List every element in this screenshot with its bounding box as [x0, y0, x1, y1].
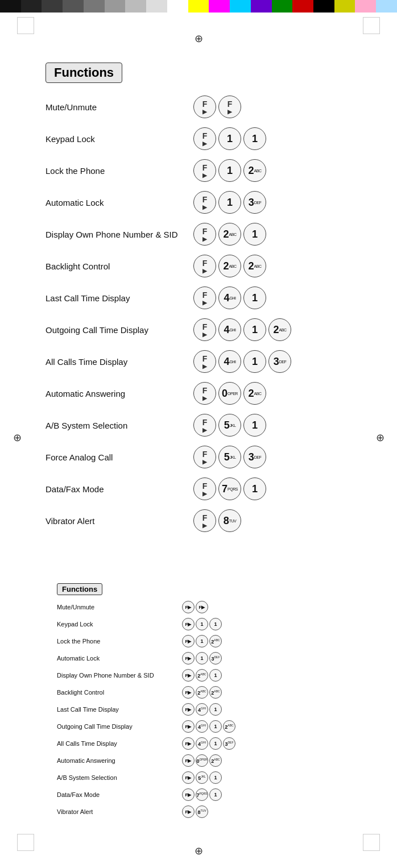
s-key-1-df: 1 — [209, 788, 222, 801]
label-last-call: Last Call Time Display — [46, 293, 193, 303]
s-key-f-ab: F▶ — [182, 771, 195, 784]
row-auto-answer: Automatic Answering F▶ 0OPER 2ABC — [46, 382, 363, 405]
row-auto-lock: Automatic Lock F▶ 1 3DEF — [46, 191, 363, 214]
functions-title-small: Functions — [57, 583, 102, 595]
label-lock-phone: Lock the Phone — [46, 166, 193, 176]
s-key-1-ab: 1 — [209, 771, 222, 784]
key-1-lc: 1 — [243, 286, 266, 309]
key-8tuv-va: 8TUV — [218, 509, 241, 532]
row-mute-unmute: Mute/Unmute F▶ F▶ — [46, 95, 363, 118]
key-f-fa: F▶ — [193, 446, 216, 468]
key-2abc-oc: 2ABC — [268, 318, 291, 341]
color-seg-7 — [125, 0, 146, 13]
row-outgoing-call: Outgoing Call Time Display F▶ 4GHI 1 2AB… — [46, 318, 363, 341]
s-key-f-bc: F▶ — [182, 686, 195, 699]
s-key-f-lc: F▶ — [182, 703, 195, 716]
color-seg-9 — [167, 0, 188, 13]
color-seg-17 — [334, 0, 355, 13]
row-lock-phone: Lock the Phone F▶ 1 2ABC — [46, 159, 363, 182]
s-label-keypad: Keypad Lock — [57, 621, 182, 628]
crosshair-bottom — [193, 845, 204, 857]
key-1-al: 1 — [218, 191, 241, 214]
s-keys-backlight: F▶ 2ABC 2ABC — [182, 686, 222, 699]
keys-ab-system: F▶ 5JKL 1 — [193, 414, 266, 437]
s-label-lastcall: Last Call Time Display — [57, 706, 182, 713]
functions-block-large: Functions Mute/Unmute F▶ F▶ Keypad Lock … — [46, 63, 363, 532]
key-f-oc: F▶ — [193, 318, 216, 341]
label-all-calls: All Calls Time Display — [46, 357, 193, 367]
key-3def-al: 3DEF — [243, 191, 266, 214]
color-seg-16 — [313, 0, 334, 13]
row-all-calls: All Calls Time Display F▶ 4GHI 1 3DEF — [46, 350, 363, 373]
s-keys-autolock: F▶ 1 3DEF — [182, 652, 222, 665]
key-f-al: F▶ — [193, 191, 216, 214]
key-1-lp: 1 — [218, 159, 241, 182]
color-bar — [0, 0, 397, 13]
s-row-ab: A/B System Selection F▶ 5JKL 1 — [57, 771, 374, 784]
color-seg-18 — [355, 0, 376, 13]
key-4ghi-ac: 4GHI — [218, 350, 241, 373]
functions-block-small: Functions Mute/Unmute F▶ F▶ Keypad Lock … — [57, 583, 374, 818]
key-5jkl-fa: 5JKL — [218, 446, 241, 468]
row-ab-system: A/B System Selection F▶ 5JKL 1 — [46, 414, 363, 437]
s-keys-lock: F▶ 1 2ABC — [182, 635, 222, 647]
key-f-ac: F▶ — [193, 350, 216, 373]
keys-lock-phone: F▶ 1 2ABC — [193, 159, 266, 182]
color-seg-4 — [63, 0, 84, 13]
color-seg-12 — [230, 0, 251, 13]
key-1-kl-1: 1 — [218, 127, 241, 150]
s-row-lock: Lock the Phone F▶ 1 2ABC — [57, 635, 374, 647]
s-key-f-do: F▶ — [182, 669, 195, 682]
s-label-lock: Lock the Phone — [57, 638, 182, 645]
label-auto-lock: Automatic Lock — [46, 198, 193, 207]
s-label-ab: A/B System Selection — [57, 774, 182, 781]
key-5jkl-ab: 5JKL — [218, 414, 241, 437]
s-row-autolock: Automatic Lock F▶ 1 3DEF — [57, 652, 374, 665]
key-1-do: 1 — [243, 223, 266, 246]
s-key-4ghi-lc: 4GHI — [196, 703, 208, 716]
s-key-2abc-oc: 2ABC — [223, 720, 235, 733]
key-7pqrs-df: 7PQRS — [218, 477, 241, 500]
s-key-1-lc: 1 — [209, 703, 222, 716]
label-display-own: Display Own Phone Number & SID — [46, 230, 193, 239]
s-keys-outgoing: F▶ 4GHI 1 2ABC — [182, 720, 235, 733]
s-row-allcalls: All Calls Time Display F▶ 4GHI 1 3DEF — [57, 737, 374, 750]
s-key-f-va: F▶ — [182, 805, 195, 818]
key-2abc-lp: 2ABC — [243, 159, 266, 182]
s-key-f-ac: F▶ — [182, 737, 195, 750]
key-1-kl-2: 1 — [243, 127, 266, 150]
key-f-ab: F▶ — [193, 414, 216, 437]
key-3def-ac: 3DEF — [268, 350, 291, 373]
key-f-df: F▶ — [193, 477, 216, 500]
crosshair-top — [193, 33, 204, 44]
s-key-2abc-aa: 2ABC — [209, 754, 222, 767]
s-key-f-lp: F▶ — [182, 635, 195, 647]
s-row-vibrator: Vibrator Alert F▶ 8TUV — [57, 805, 374, 818]
keys-force-analog: F▶ 5JKL 3DEF — [193, 446, 266, 468]
s-key-1-ac: 1 — [209, 737, 222, 750]
keys-last-call: F▶ 4GHI 1 — [193, 286, 266, 309]
color-seg-13 — [251, 0, 272, 13]
key-f-do: F▶ — [193, 223, 216, 246]
s-label-datafax: Data/Fax Mode — [57, 791, 182, 798]
row-force-analog: Force Analog Call F▶ 5JKL 3DEF — [46, 446, 363, 468]
s-row-datafax: Data/Fax Mode F▶ 7PQRS 1 — [57, 788, 374, 801]
s-key-4ghi-ac: 4GHI — [196, 737, 208, 750]
s-row-keypad: Keypad Lock F▶ 1 1 — [57, 618, 374, 630]
s-key-1-lp: 1 — [196, 635, 208, 647]
color-seg-3 — [42, 0, 63, 13]
s-label-mute: Mute/Unmute — [57, 604, 182, 610]
label-auto-answer: Automatic Answering — [46, 389, 193, 398]
reg-mark-tr — [363, 17, 380, 34]
s-key-2abc-bc2: 2ABC — [209, 686, 222, 699]
key-1-oc: 1 — [243, 318, 266, 341]
s-key-1-kl1: 1 — [196, 618, 208, 630]
key-1-df: 1 — [243, 477, 266, 500]
large-functions-section: Functions Mute/Unmute F▶ F▶ Keypad Lock … — [0, 0, 397, 532]
s-key-f-df: F▶ — [182, 788, 195, 801]
s-label-vibrator: Vibrator Alert — [57, 808, 182, 815]
key-f-2: F▶ — [218, 95, 241, 118]
key-f-bc: F▶ — [193, 255, 216, 277]
keys-display-own: F▶ 2ABC 1 — [193, 223, 266, 246]
key-1-ac: 1 — [243, 350, 266, 373]
